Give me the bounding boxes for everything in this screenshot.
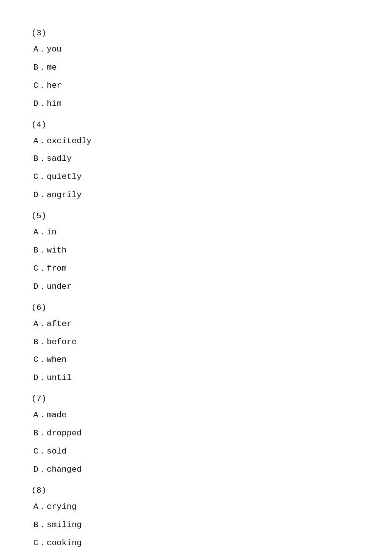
question-4-option-4: D．until [29,371,363,385]
question-6-option-2: B．smiling [29,518,363,532]
question-number-6: (8) [29,486,363,495]
question-number-4: (6) [29,303,363,312]
question-2-option-3: C．quietly [29,170,363,184]
question-2-option-4: D．angrily [29,188,363,202]
question-4-option-1: A．after [29,317,363,331]
question-4-option-3: C．when [29,353,363,367]
question-4-option-2: B．before [29,335,363,350]
question-1-option-2: B．me [29,61,363,75]
question-number-1: (3) [29,28,363,38]
question-3-option-1: A．in [29,226,363,240]
question-6-option-1: A．crying [29,500,363,514]
question-5-option-1: A．made [29,408,363,423]
question-2-option-1: A．excitedly [29,134,363,149]
question-5-option-4: D．changed [29,463,363,477]
page-content: (3)A．youB．meC．herD．him(4)A．excitedlyB．sa… [0,0,392,555]
question-5-option-2: B．dropped [29,427,363,441]
question-1-option-1: A．you [29,43,363,57]
question-5-option-3: C．sold [29,445,363,459]
question-3-option-2: B．with [29,244,363,258]
question-6-option-3: C．cooking [29,536,363,551]
question-3-option-4: D．under [29,280,363,294]
question-number-2: (4) [29,120,363,129]
question-1-option-4: D．him [29,97,363,111]
question-number-5: (7) [29,394,363,404]
question-1-option-3: C．her [29,79,363,93]
question-number-3: (5) [29,211,363,221]
question-3-option-3: C．from [29,262,363,276]
question-2-option-2: B．sadly [29,152,363,166]
